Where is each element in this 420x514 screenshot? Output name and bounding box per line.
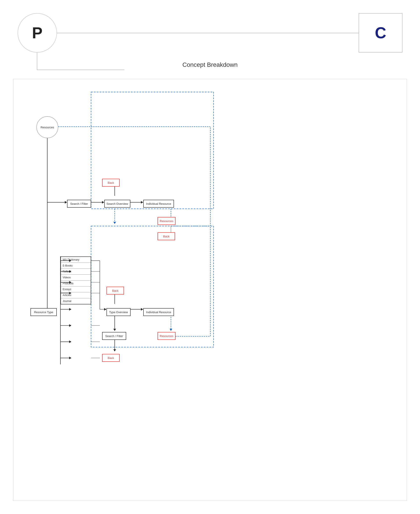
wv-dictionary-item: WV Dictionary	[61, 257, 91, 263]
individual-resource-lower-rect: Individual Resource	[143, 308, 174, 316]
search-overview-node: Search Overview	[104, 200, 130, 208]
journal-item: Journal	[61, 298, 91, 304]
search-overview-rect: Search Overview	[104, 200, 130, 208]
type-overview-node: Type Overview	[106, 308, 131, 316]
svg-marker-48	[104, 308, 106, 310]
back-lower-2-node: Back	[102, 354, 120, 362]
top-section: P C Concept Breakdown	[13, 9, 407, 70]
podcasts-item: Podcasts	[61, 280, 91, 286]
svg-rect-0	[91, 92, 214, 209]
individual-resource-upper-node: Individual Resource	[143, 200, 174, 208]
c-square: C	[359, 13, 403, 52]
back-upper-1-rect: Back	[102, 179, 120, 187]
back-upper-2-node: Back	[158, 232, 175, 240]
resources-badge-lower-node: Resources	[158, 332, 175, 340]
back-lower-1-node: Back	[106, 287, 124, 294]
resources-badge-upper-node: Resources	[158, 217, 175, 225]
svg-marker-38	[69, 357, 71, 359]
svg-marker-52	[113, 329, 116, 331]
svg-marker-11	[141, 201, 143, 204]
svg-marker-36	[69, 341, 71, 343]
back-lower-2-rect: Back	[102, 354, 120, 362]
svg-marker-58	[170, 329, 172, 331]
svg-marker-15	[113, 222, 116, 224]
resource-type-node: Resource Type	[30, 308, 57, 316]
svg-marker-4	[65, 201, 67, 204]
diagram-container: Resources Search / Filter Back Search Ov…	[13, 79, 407, 501]
resources-node: Resources	[36, 116, 58, 138]
search-filter-lower-rect: Search / Filter	[102, 332, 126, 340]
top-l-horizontal	[37, 70, 124, 70]
resources-badge-lower-rect: Resources	[158, 332, 175, 340]
essays-item: Essays	[61, 286, 91, 292]
svg-marker-50	[141, 308, 143, 310]
reflect-item: Reflect	[61, 269, 91, 275]
resource-type-rect: Resource Type	[30, 308, 57, 316]
resources-circle: Resources	[36, 116, 58, 138]
svg-marker-32	[69, 308, 71, 310]
concept-breakdown-label: Concept Breakdown	[182, 61, 238, 68]
search-filter-upper-node: Search / Filter	[67, 200, 91, 208]
resources-badge-upper-rect: Resources	[158, 217, 175, 225]
svg-marker-34	[69, 324, 71, 327]
articles-item: Articles	[61, 292, 91, 298]
ebooks-item: E-Books	[61, 263, 91, 269]
videos-item: Videos	[61, 275, 91, 280]
back-upper-2-rect: Back	[158, 232, 175, 240]
top-l-vertical	[37, 52, 37, 70]
type-overview-rect: Type Overview	[106, 308, 131, 316]
back-upper-1-node: Back	[102, 179, 120, 187]
individual-resource-upper-rect: Individual Resource	[143, 200, 174, 208]
back-lower-1-rect: Back	[106, 287, 124, 294]
search-filter-lower-node: Search / Filter	[102, 332, 126, 340]
list-items-container: WV Dictionary E-Books Reflect Videos Pod…	[60, 257, 91, 304]
p-circle: P	[17, 13, 57, 52]
individual-resource-lower-node: Individual Resource	[143, 308, 174, 316]
search-filter-upper-rect: Search / Filter	[67, 200, 91, 208]
svg-marker-9	[102, 201, 104, 204]
top-connector-line	[57, 33, 359, 33]
svg-marker-56	[113, 349, 116, 352]
